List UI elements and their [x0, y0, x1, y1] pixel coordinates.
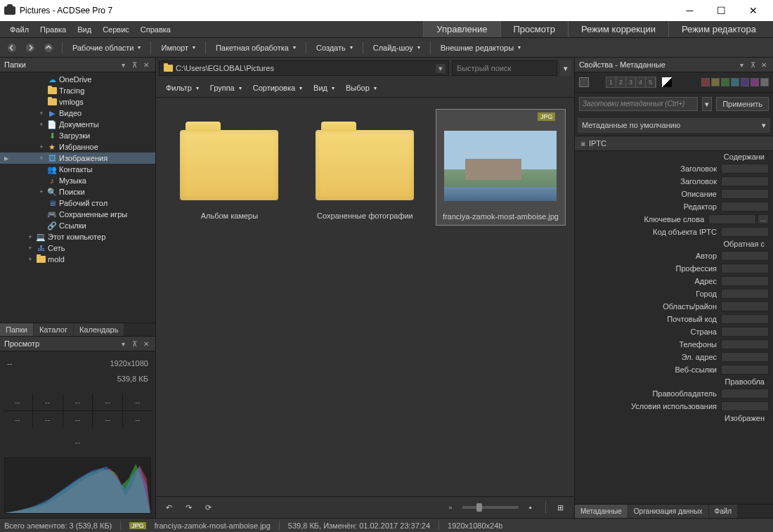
slideshow-dropdown[interactable]: Слайд-шоу: [369, 41, 424, 54]
close-button[interactable]: ✕: [737, 0, 769, 21]
menu-view[interactable]: Вид: [72, 23, 97, 36]
color-label[interactable]: [751, 78, 759, 86]
pane-menu-icon[interactable]: ▾: [119, 60, 129, 70]
color-labels[interactable]: [701, 78, 769, 86]
field-input[interactable]: [721, 189, 769, 199]
mode-edit[interactable]: Режим редактора: [668, 21, 769, 37]
import-dropdown[interactable]: Импорт: [157, 41, 199, 54]
field-input[interactable]: [721, 164, 769, 174]
field-input[interactable]: [721, 301, 769, 311]
tree-item[interactable]: +🔍Поиски: [0, 186, 155, 197]
zoom-out-icon[interactable]: ▫: [443, 500, 458, 515]
workspaces-dropdown[interactable]: Рабочие области: [68, 41, 145, 54]
tab-calendar[interactable]: Календарь: [74, 323, 124, 336]
rating-3[interactable]: 3: [626, 77, 636, 87]
zoom-in-icon[interactable]: ▪: [523, 500, 538, 515]
tree-item[interactable]: +mold: [0, 254, 155, 265]
tag-checkbox[interactable]: [579, 77, 589, 87]
clear-rating-icon[interactable]: [662, 77, 672, 87]
path-input[interactable]: C:\Users\EGLOBAL\Pictures: [159, 60, 449, 76]
external-dropdown[interactable]: Внешние редакторы: [436, 41, 525, 54]
zoom-slider[interactable]: [462, 506, 519, 509]
rating-4[interactable]: 4: [636, 77, 646, 87]
mode-develop[interactable]: Режим коррекции: [568, 21, 668, 37]
iptc-section-header[interactable]: IPTC: [575, 136, 773, 151]
field-input[interactable]: [721, 365, 769, 375]
tree-item[interactable]: vmlogs: [0, 96, 155, 108]
refresh-icon[interactable]: ⟳: [201, 500, 216, 515]
field-input[interactable]: [721, 276, 769, 286]
color-label[interactable]: [741, 78, 749, 86]
rotate-left-icon[interactable]: ↶: [162, 500, 177, 515]
search-dropdown-icon[interactable]: ▾: [560, 60, 571, 76]
pin-icon[interactable]: ⊼: [130, 339, 140, 349]
tree-item[interactable]: +▶Видео: [0, 108, 155, 119]
tree-item[interactable]: 🖥Рабочий стол: [0, 197, 155, 209]
field-input[interactable]: [721, 202, 769, 212]
folder-tree[interactable]: ☁OneDriveTracingvmlogs+▶Видео+📄Документы…: [0, 72, 155, 323]
menu-help[interactable]: Справка: [135, 23, 176, 36]
pin-icon[interactable]: ⊼: [130, 60, 140, 70]
tree-item[interactable]: 👥Контакты: [0, 164, 155, 175]
sort-dropdown[interactable]: Сортировка: [249, 82, 306, 94]
tab-metadata[interactable]: Метаданные: [575, 505, 628, 518]
mode-view[interactable]: Просмотр: [500, 21, 568, 37]
menu-service[interactable]: Сервис: [97, 23, 135, 36]
tree-item[interactable]: ☁OneDrive: [0, 74, 155, 85]
mode-manage[interactable]: Управление: [423, 21, 500, 37]
field-input[interactable]: [721, 314, 769, 324]
rating-1[interactable]: 1: [606, 77, 616, 87]
maximize-button[interactable]: ☐: [706, 0, 737, 21]
batch-dropdown[interactable]: Пакетная обработка: [212, 41, 300, 54]
field-input[interactable]: [721, 327, 769, 337]
view-grid-icon[interactable]: ⊞: [553, 500, 569, 515]
tab-file[interactable]: Файл: [709, 505, 738, 518]
field-input[interactable]: [721, 264, 769, 273]
tree-item[interactable]: ⬇Загрузки: [0, 130, 155, 141]
thumbnail[interactable]: JPGfranciya-zamok-most-amboise.jpg: [436, 109, 566, 226]
field-input[interactable]: [721, 251, 769, 261]
pane-close-icon[interactable]: ✕: [759, 60, 769, 70]
pane-menu-icon[interactable]: ▾: [119, 339, 129, 349]
rotate-right-icon[interactable]: ↷: [181, 500, 197, 515]
tab-organization[interactable]: Организация данных: [628, 505, 708, 518]
pin-icon[interactable]: ⊼: [748, 60, 758, 70]
thumbnail-area[interactable]: Альбом камерыСохраненные фотографииJPGfr…: [156, 98, 574, 496]
quick-search[interactable]: Быстрый поиск: [452, 60, 557, 76]
field-input[interactable]: [721, 289, 769, 299]
forward-button[interactable]: [22, 40, 38, 56]
metadata-preset-dropdown[interactable]: Заготовки метаданных (Ctrl+): [579, 97, 698, 111]
filter-dropdown[interactable]: Фильтр: [162, 82, 203, 94]
menu-file[interactable]: Файл: [4, 23, 34, 36]
pane-menu-icon[interactable]: ▾: [736, 60, 746, 70]
thumbnail[interactable]: Альбом камеры: [164, 109, 294, 224]
tree-item[interactable]: ♪Музыка: [0, 175, 155, 186]
color-label[interactable]: [721, 78, 729, 86]
field-input[interactable]: [721, 227, 769, 237]
menu-edit[interactable]: Правка: [34, 23, 72, 36]
tree-item[interactable]: +💻Этот компьютер: [0, 231, 155, 242]
tree-item[interactable]: 🔗Ссылки: [0, 220, 155, 231]
color-label[interactable]: [711, 78, 720, 86]
preset-dropdown-icon[interactable]: ▾: [702, 97, 712, 111]
tree-item[interactable]: 🎮Сохраненные игры: [0, 209, 155, 220]
field-input[interactable]: [721, 389, 769, 398]
create-dropdown[interactable]: Создать: [312, 41, 357, 54]
tab-folders[interactable]: Папки: [0, 323, 33, 336]
group-dropdown[interactable]: Группа: [206, 82, 246, 94]
field-input[interactable]: [708, 214, 756, 224]
back-button[interactable]: [4, 40, 20, 56]
rating-5[interactable]: 5: [646, 77, 656, 87]
select-dropdown[interactable]: Выбор: [342, 82, 381, 94]
field-input[interactable]: [721, 339, 769, 349]
tree-item[interactable]: +🖧Сеть: [0, 242, 155, 254]
pane-close-icon[interactable]: ✕: [141, 60, 151, 70]
view-dropdown[interactable]: Вид: [309, 82, 339, 94]
tab-catalog[interactable]: Каталог: [34, 323, 73, 336]
tree-item[interactable]: Tracing: [0, 85, 155, 96]
color-label[interactable]: [760, 78, 769, 86]
field-input[interactable]: [721, 176, 769, 186]
field-input[interactable]: [721, 401, 769, 411]
tree-item[interactable]: +📄Документы: [0, 119, 155, 130]
tree-item[interactable]: +★Избранное: [0, 141, 155, 153]
